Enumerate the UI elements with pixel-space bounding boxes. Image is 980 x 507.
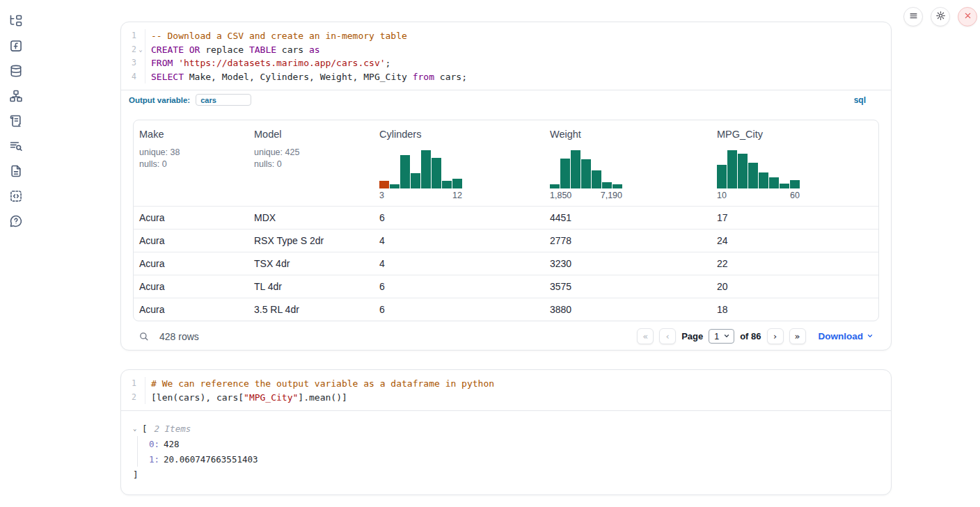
- table-cell: 6: [374, 275, 544, 298]
- sidebar-item-dependency-graph[interactable]: [6, 88, 26, 107]
- table-cell: Acura: [134, 252, 248, 275]
- table-cell: 4: [374, 252, 544, 275]
- settings-gear-icon: [935, 10, 946, 24]
- histogram-bar: [571, 150, 580, 188]
- histogram-bar: [738, 154, 748, 188]
- rows-count: 428 rows: [159, 331, 199, 342]
- column-header-mpg_city[interactable]: MPG_City1060: [711, 120, 878, 206]
- histogram-bar: [717, 165, 727, 188]
- table-row[interactable]: AcuraTSX 4dr4323022: [134, 252, 878, 275]
- table-cell: 3880: [544, 298, 711, 321]
- line-number: 1: [121, 29, 136, 43]
- table-cell: 4: [374, 230, 544, 252]
- histogram-bar: [769, 177, 779, 188]
- table-cell: 6: [374, 298, 544, 321]
- output-variable-label: Output variable:: [129, 96, 190, 104]
- next-page-button[interactable]: ›: [767, 328, 784, 344]
- code-line[interactable]: 3FROM 'https://datasets.marimo.app/cars.…: [121, 56, 891, 70]
- notebook-menu-button[interactable]: [903, 7, 923, 26]
- file-explorer-icon: [9, 14, 23, 31]
- shutdown-button[interactable]: [958, 7, 977, 26]
- axis-max-label: 7,190: [601, 191, 622, 202]
- shutdown-close-icon: [963, 10, 973, 24]
- histogram-bar: [379, 181, 389, 188]
- collapse-chevron-icon[interactable]: ⌄: [133, 425, 142, 432]
- functions-icon: [9, 39, 23, 56]
- histogram-bar: [442, 181, 452, 188]
- histogram-bar: [748, 163, 758, 188]
- code-line[interactable]: 1# We can reference the output variable …: [121, 377, 891, 391]
- sql-code-editor[interactable]: 1-- Download a CSV and create an in-memo…: [121, 22, 891, 90]
- settings-button[interactable]: [931, 7, 950, 26]
- python-cell: 1# We can reference the output variable …: [120, 369, 892, 495]
- histogram-axis: 1060: [717, 191, 800, 202]
- histogram-bars: [550, 150, 622, 188]
- histogram-weight[interactable]: 1,8507,190: [550, 150, 622, 202]
- table-row[interactable]: Acura3.5 RL 4dr6388018: [134, 298, 878, 321]
- column-header-make[interactable]: Makeunique: 38nulls: 0: [134, 120, 248, 206]
- histogram-bar: [452, 179, 462, 188]
- column-header-weight[interactable]: Weight1,8507,190: [544, 120, 711, 206]
- histogram-bar: [727, 150, 737, 188]
- previous-page-button[interactable]: ‹: [659, 328, 676, 344]
- code-line[interactable]: 4SELECT Make, Model, Cylinders, Weight, …: [121, 70, 891, 84]
- sidebar-item-logs[interactable]: [6, 138, 26, 157]
- sql-cell-footer: Output variable: sql: [121, 90, 891, 109]
- search-icon[interactable]: [139, 331, 149, 341]
- table-footer: 428 rows « ‹ Page 1 of 86 › » Download: [121, 321, 891, 344]
- code-line[interactable]: 2⌄CREATE OR replace TABLE cars as: [121, 43, 891, 57]
- sidebar-item-file-explorer[interactable]: [6, 13, 26, 32]
- column-name: MPG_City: [717, 129, 873, 140]
- column-name: Make: [139, 129, 243, 140]
- histogram-cylinders[interactable]: 312: [379, 150, 462, 202]
- fold-spacer: [136, 70, 145, 84]
- download-button[interactable]: Download: [819, 331, 874, 341]
- histogram-bar: [411, 173, 420, 188]
- scratchpad-icon: [9, 114, 23, 131]
- axis-min-label: 10: [717, 191, 727, 202]
- chevron-down-icon: [867, 331, 874, 341]
- code-line[interactable]: 1-- Download a CSV and create an in-memo…: [121, 29, 891, 43]
- sidebar-item-functions[interactable]: [6, 38, 26, 57]
- histogram-bar: [550, 184, 560, 188]
- table-cell: RSX Type S 2dr: [248, 230, 374, 252]
- data-table: Makeunique: 38nulls: 0Modelunique: 425nu…: [133, 120, 879, 321]
- table-cell: TL 4dr: [248, 275, 374, 298]
- python-code-editor[interactable]: 1# We can reference the output variable …: [121, 370, 891, 410]
- axis-min-label: 3: [379, 191, 384, 202]
- histogram-bar: [390, 184, 400, 188]
- page-select[interactable]: 1: [709, 329, 734, 344]
- table-cell: 3230: [544, 252, 711, 275]
- histogram-bar: [421, 150, 431, 188]
- table-cell: 24: [711, 230, 878, 252]
- code-text: # We can reference the output variable a…: [145, 377, 494, 391]
- output-variable-input[interactable]: [196, 94, 251, 106]
- sidebar-item-datasources[interactable]: [6, 63, 26, 82]
- sidebar-item-scratchpad[interactable]: [6, 113, 26, 132]
- table-row[interactable]: AcuraTL 4dr6357520: [134, 275, 878, 298]
- histogram-mpg_city[interactable]: 1060: [717, 150, 800, 202]
- documentation-icon: [9, 164, 23, 181]
- histogram-bar: [400, 155, 410, 188]
- first-page-button[interactable]: «: [637, 328, 654, 344]
- table-cell: 18: [711, 298, 878, 321]
- column-header-model[interactable]: Modelunique: 425nulls: 0: [248, 120, 374, 206]
- table-row[interactable]: AcuraRSX Type S 2dr4277824: [134, 229, 878, 252]
- last-page-button[interactable]: »: [789, 328, 806, 344]
- sidebar-item-documentation[interactable]: [6, 163, 26, 182]
- table-cell: TSX 4dr: [248, 252, 374, 275]
- table-row[interactable]: AcuraMDX6445117: [134, 206, 878, 229]
- sidebar-item-snippets[interactable]: [6, 188, 26, 207]
- topbar-controls: [903, 7, 977, 26]
- code-line[interactable]: 2[len(cars), cars["MPG_City"].mean()]: [121, 391, 891, 405]
- sidebar-item-help[interactable]: [6, 213, 26, 232]
- table-cell: Acura: [134, 275, 248, 298]
- table-cell: Acura: [134, 298, 248, 321]
- column-header-cylinders[interactable]: Cylinders312: [374, 120, 544, 206]
- fold-chevron-icon[interactable]: ⌄: [136, 43, 145, 57]
- table-cell: Acura: [134, 230, 248, 252]
- logs-search-icon: [9, 139, 23, 156]
- table-cell: 6: [374, 207, 544, 229]
- histogram-axis: 1,8507,190: [550, 191, 622, 202]
- histogram-bar: [780, 184, 789, 188]
